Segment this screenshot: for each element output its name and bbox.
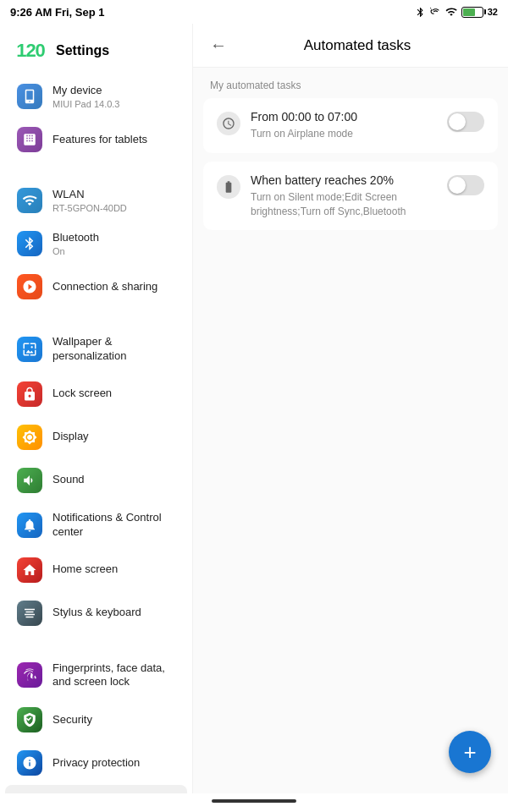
sidebar-label-text-display: Display [52,430,89,444]
sidebar-item-features-tablets[interactable]: Features for tablets [5,118,187,161]
battery-indicator [461,7,483,18]
sound-icon [17,468,42,493]
sidebar-item-label-stylus: Stylus & keyboard [52,606,141,620]
sidebar-label-text-features-tablets: Features for tablets [52,133,147,147]
sidebar-item-label-sound: Sound [52,473,85,487]
sidebar-item-battery[interactable]: Battery [5,785,187,793]
sidebar-item-label-connection: Connection & sharing [52,280,157,294]
security-icon [17,707,42,732]
sidebar-label-text-my-device: My device [52,84,120,98]
sidebar-label-text-privacy: Privacy protection [52,756,140,771]
app-logo: 120 [14,34,47,68]
sidebar-item-wlan[interactable]: WLANRT-5GPON-40DD [5,179,187,222]
panel-content: My automated tasks From 00:00 to 07:00Tu… [193,68,508,793]
status-bar: 9:26 AM Fri, Sep 1 32 [0,0,508,24]
task-airplane-body: From 00:00 to 07:00Turn on Airplane mode [251,110,437,141]
sidebar-divider [0,309,192,326]
sidebar-item-label-display: Display [52,430,89,444]
sidebar-item-fingerprint[interactable]: Fingerprints, face data, and screen lock [5,653,187,699]
sidebar-item-lockscreen[interactable]: Lock screen [5,373,187,415]
sidebar-item-label-notifications: Notifications & Control center [52,511,175,540]
display-icon [17,425,42,450]
nav-indicator [212,799,296,803]
main-layout: 120 Settings My deviceMIUI Pad 14.0.3Fea… [0,24,508,793]
sidebar-item-security[interactable]: Security [5,699,187,741]
sidebar-label-text-notifications: Notifications & Control center [52,511,175,540]
sidebar-items-container: My deviceMIUI Pad 14.0.3Features for tab… [0,75,192,793]
sidebar-sublabel-bluetooth: On [52,246,99,256]
battery-percent: 32 [488,7,498,17]
bluetooth-icon [17,231,42,256]
features-tablets-icon [17,127,42,152]
sidebar-label-text-sound: Sound [52,473,85,487]
task-airplane[interactable]: From 00:00 to 07:00Turn on Airplane mode [203,98,498,153]
sidebar-label-text-fingerprint: Fingerprints, face data, and screen lock [52,661,175,690]
sidebar-item-stylus[interactable]: Stylus & keyboard [5,592,187,634]
sidebar-item-sound[interactable]: Sound [5,459,187,502]
sidebar-item-label-bluetooth: BluetoothOn [52,231,99,256]
fingerprint-icon [17,662,42,688]
sidebar-item-homescreen[interactable]: Home screen [5,549,187,591]
sidebar-label-text-lockscreen: Lock screen [52,387,112,401]
task-airplane-toggle[interactable] [447,112,484,132]
sidebar-item-label-wlan: WLANRT-5GPON-40DD [52,188,127,213]
back-button[interactable]: ← [207,34,230,57]
sidebar-item-label-security: Security [52,713,92,727]
connection-icon [17,274,42,299]
sidebar-divider [0,635,192,652]
sidebar-item-bluetooth[interactable]: BluetoothOn [5,222,187,265]
sidebar-item-my-device[interactable]: My deviceMIUI Pad 14.0.3 [5,75,187,118]
panel-title: Automated tasks [240,37,494,54]
sidebar-item-label-wallpaper: Wallpaper & personalization [52,335,175,364]
task-battery-toggle[interactable] [447,175,484,195]
bottom-bar [0,793,508,812]
status-time: 9:26 AM Fri, Sep 1 [10,6,105,19]
sidebar-item-wallpaper[interactable]: Wallpaper & personalization [5,326,187,372]
sidebar-title: Settings [56,43,109,58]
sidebar-item-privacy[interactable]: Privacy protection [5,742,187,784]
sidebar-item-label-privacy: Privacy protection [52,756,140,771]
sidebar-item-label-my-device: My deviceMIUI Pad 14.0.3 [52,84,120,109]
sidebar-item-display[interactable]: Display [5,416,187,458]
notifications-icon [17,513,42,538]
sidebar-item-label-features-tablets: Features for tablets [52,133,147,147]
homescreen-icon [17,557,42,583]
battery-fill [463,8,475,16]
panel-header: ← Automated tasks [193,24,508,68]
sidebar-label-text-wlan: WLAN [52,188,127,202]
sidebar-header: 120 Settings [0,24,192,74]
sidebar-label-text-bluetooth: Bluetooth [52,231,99,245]
privacy-icon [17,750,42,776]
task-airplane-icon [217,112,240,135]
task-battery-description: Turn on Silent mode;Edit Screen brightne… [251,190,437,219]
sidebar-label-text-stylus: Stylus & keyboard [52,606,141,620]
status-icons: 32 [415,6,498,18]
sidebar-item-label-fingerprint: Fingerprints, face data, and screen lock [52,661,175,690]
wifi-status-icon [445,6,457,18]
sidebar-item-label-homescreen: Home screen [52,562,118,577]
task-airplane-description: Turn on Airplane mode [251,127,437,141]
task-battery-icon [217,175,240,199]
task-battery-body: When battery reaches 20%Turn on Silent m… [251,173,437,219]
add-task-fab[interactable]: + [449,731,491,773]
task-battery[interactable]: When battery reaches 20%Turn on Silent m… [203,162,498,231]
sidebar-label-text-wallpaper: Wallpaper & personalization [52,335,175,364]
wallpaper-icon [17,337,42,362]
section-label: My automated tasks [193,68,508,98]
sidebar-item-connection[interactable]: Connection & sharing [5,266,187,308]
my-device-icon [17,84,42,109]
wlan-icon [17,188,42,213]
task-airplane-title: From 00:00 to 07:00 [251,110,437,123]
lockscreen-icon [17,381,42,407]
right-panel: ← Automated tasks My automated tasks Fro… [193,24,508,793]
task-battery-title: When battery reaches 20% [251,173,437,187]
stylus-icon [17,601,42,626]
sidebar-sublabel-wlan: RT-5GPON-40DD [52,203,127,213]
sidebar-divider [0,162,192,178]
sidebar-sublabel-my-device: MIUI Pad 14.0.3 [52,99,120,109]
sidebar-item-label-lockscreen: Lock screen [52,387,112,401]
sidebar: 120 Settings My deviceMIUI Pad 14.0.3Fea… [0,24,193,793]
signal-icon [430,7,441,18]
sidebar-label-text-connection: Connection & sharing [52,280,157,294]
sidebar-item-notifications[interactable]: Notifications & Control center [5,502,187,548]
